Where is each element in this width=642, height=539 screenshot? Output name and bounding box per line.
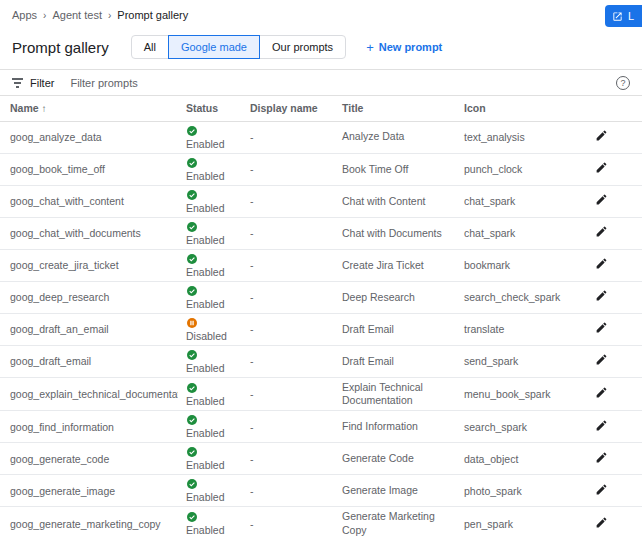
status-text: Enabled [186,234,225,246]
prompt-title: Book Time Off [342,163,408,175]
edit-button[interactable] [592,286,611,308]
plus-icon: + [366,40,374,55]
display-name: - [250,195,254,207]
filter-button[interactable]: Filter [12,77,54,89]
icon-name: chat_spark [464,227,515,239]
icon-name: chat_spark [464,195,515,207]
new-prompt-button[interactable]: + New prompt [366,40,442,55]
column-header-icon: Icon [456,96,562,121]
help-icon[interactable]: ? [616,76,630,90]
prompt-name: goog_deep_research [10,291,109,303]
edit-button[interactable] [592,383,611,405]
edit-button[interactable] [592,126,611,148]
status-cell: Enabled [186,349,234,374]
status-enabled-icon [186,511,198,523]
status-text: Enabled [186,202,225,214]
table-body: goog_analyze_data Enabled - Analyze Data… [0,121,642,539]
pencil-icon [595,386,608,402]
filter-bar: Filter ? [0,69,642,96]
status-cell: Enabled [186,253,234,278]
status-cell: Enabled [186,446,234,471]
prompt-title: Generate Marketing Copy [342,510,435,535]
chevron-right-icon: › [43,10,46,21]
display-name: - [250,131,254,143]
table-row[interactable]: goog_generate_code Enabled - Generate Co… [0,443,642,475]
prompt-title: Generate Code [342,452,414,464]
edit-button[interactable] [592,513,611,535]
edit-button[interactable] [592,416,611,438]
edit-button[interactable] [592,222,611,244]
pencil-icon [595,451,608,467]
display-name: - [250,388,254,400]
table-row[interactable]: goog_explain_technical_documentation Ena… [0,378,642,411]
table-row[interactable]: goog_create_jira_ticket Enabled - Create… [0,249,642,281]
table-row[interactable]: goog_draft_an_email Disabled - Draft Ema… [0,313,642,345]
icon-name: send_spark [464,355,518,367]
prompt-name: goog_create_jira_ticket [10,259,119,271]
title-row: Prompt gallery AllGoogle madeOur prompts… [0,27,642,69]
table-row[interactable]: goog_book_time_off Enabled - Book Time O… [0,153,642,185]
tab-our-prompts[interactable]: Our prompts [259,35,346,59]
status-cell: Disabled [186,317,234,342]
pencil-icon [595,353,608,369]
status-cell: Enabled [186,414,234,439]
prompt-name: goog_find_information [10,421,114,433]
edit-button[interactable] [592,480,611,502]
status-cell: Enabled [186,285,234,310]
status-text: Enabled [186,459,225,471]
edit-button[interactable] [592,350,611,372]
top-right-button[interactable]: L [605,5,642,27]
edit-button[interactable] [592,158,611,180]
table-row[interactable]: goog_draft_email Enabled - Draft Email s… [0,345,642,377]
prompt-name: goog_book_time_off [10,163,105,175]
status-cell: Enabled [186,189,234,214]
table-row[interactable]: goog_find_information Enabled - Find Inf… [0,411,642,443]
status-cell: Enabled [186,125,234,150]
pencil-icon [595,289,608,305]
status-text: Enabled [186,170,225,182]
pencil-icon [595,193,608,209]
pencil-icon [595,161,608,177]
prompt-name: goog_generate_marketing_copy [10,518,161,530]
display-name: - [250,518,254,530]
edit-button[interactable] [592,448,611,470]
table-row[interactable]: goog_generate_image Enabled - Generate I… [0,475,642,507]
table-row[interactable]: goog_deep_research Enabled - Deep Resear… [0,281,642,313]
breadcrumb-agent-test[interactable]: Agent test [52,9,102,21]
table-row[interactable]: goog_chat_with_documents Enabled - Chat … [0,217,642,249]
prompt-title: Deep Research [342,291,415,303]
status-cell: Enabled [186,511,234,536]
edit-button[interactable] [592,318,611,340]
breadcrumb-apps[interactable]: Apps [12,9,37,21]
icon-name: bookmark [464,259,510,271]
icon-name: search_spark [464,421,527,433]
pencil-icon [595,257,608,273]
edit-button[interactable] [592,254,611,276]
icon-name: text_analysis [464,131,525,143]
display-name: - [250,227,254,239]
status-text: Enabled [186,266,225,278]
edit-button[interactable] [592,190,611,212]
pencil-icon [595,516,608,532]
status-enabled-icon [186,285,198,297]
status-enabled-icon [186,189,198,201]
new-prompt-label: New prompt [379,41,443,53]
tab-google-made[interactable]: Google made [168,35,260,59]
prompt-name: goog_draft_email [10,355,91,367]
column-header-name[interactable]: Name↑ [0,96,178,121]
display-name: - [250,291,254,303]
tab-group: AllGoogle madeOur prompts [131,35,346,59]
prompt-title: Create Jira Ticket [342,259,424,271]
prompt-name: goog_generate_code [10,453,109,465]
table-row[interactable]: goog_analyze_data Enabled - Analyze Data… [0,121,642,153]
breadcrumb-prompt-gallery: Prompt gallery [117,9,188,21]
status-enabled-icon [186,414,198,426]
table-row[interactable]: goog_chat_with_content Enabled - Chat wi… [0,185,642,217]
prompt-table: Name↑ Status Display name Title Icon goo… [0,96,642,539]
table-row[interactable]: goog_generate_marketing_copy Enabled - G… [0,507,642,539]
page-title: Prompt gallery [12,39,109,56]
status-text: Enabled [186,138,225,150]
filter-prompts-input[interactable] [70,77,290,89]
column-header-status: Status [178,96,242,121]
tab-all[interactable]: All [131,35,169,59]
